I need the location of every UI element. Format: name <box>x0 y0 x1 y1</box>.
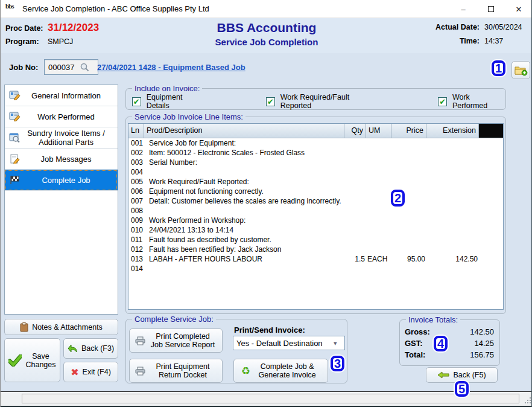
table-cell <box>366 187 391 196</box>
checkbox-icon[interactable]: ✔ <box>438 97 447 106</box>
table-row[interactable]: 012Fault has been rectified by: Jack Jac… <box>128 245 503 254</box>
checkbox-label: Work Required/Fault Reported <box>280 93 380 110</box>
table-cell <box>479 167 503 177</box>
table-cell <box>344 216 366 225</box>
time-value: 14:37 <box>480 37 527 45</box>
job-no-field[interactable] <box>44 59 98 75</box>
table-row[interactable]: 011Fault found as described by customer. <box>128 235 503 245</box>
table-cell: Service Job for Equipment: <box>144 138 344 148</box>
table-row[interactable]: 002Item: 500012 - Electronic Scales - Fr… <box>128 148 503 158</box>
col-um: UM <box>366 124 391 138</box>
total-value: 142.50 <box>470 326 494 338</box>
table-row[interactable]: 006Equipment not functioning correctly. <box>128 187 503 196</box>
exit-f4-label: Exit (F4) <box>83 368 111 376</box>
table-cell <box>391 216 426 225</box>
table-cell: Work Performed in Workshop: <box>144 216 344 225</box>
printer-icon <box>135 367 145 376</box>
back-f3-button[interactable]: Back (F3) <box>63 338 118 359</box>
printer-icon <box>135 336 145 345</box>
table-header-row: Ln Prod/Description Qty UM Price Extensi… <box>128 124 503 138</box>
table-row[interactable]: 008 <box>128 206 503 216</box>
job-description-link[interactable]: 27/04/2021 1428 - Equipment Based Job <box>97 63 245 72</box>
table-cell <box>344 235 366 245</box>
total-row-gst: GST:14.25 <box>405 338 494 349</box>
checkbox-label: Work Performed <box>452 93 505 110</box>
callout-5: 5 <box>455 381 469 397</box>
col-ln: Ln <box>128 124 144 138</box>
exit-f4-button[interactable]: ✖ Exit (F4) <box>63 362 118 382</box>
table-cell <box>426 158 479 167</box>
table-row[interactable]: 014 <box>128 264 503 274</box>
notes-attachments-button[interactable]: Notes & Attachments <box>4 319 118 335</box>
sidebar-item-general-information[interactable]: General Information <box>5 85 118 106</box>
table-cell <box>479 235 503 245</box>
search-icon[interactable] <box>80 62 90 72</box>
table-row[interactable]: 013LABAH - AFTER HOURS LABOUR1.5EACH95.0… <box>128 254 503 264</box>
sidebar-item-work-performed[interactable]: Work Performed <box>5 106 118 127</box>
checkbox-work-required-fault-reported[interactable]: ✔Work Required/Fault Reported <box>266 93 379 110</box>
table-cell <box>391 264 426 274</box>
table-cell <box>366 177 391 187</box>
table-row[interactable]: 007Detail: Customer believes the scales … <box>128 196 503 206</box>
table-cell <box>366 206 391 216</box>
close-icon[interactable]: ✕ <box>505 0 532 18</box>
sidebar-item-label: Job Messages <box>23 155 115 164</box>
table-cell: 001 <box>128 138 144 148</box>
minimize-icon[interactable]: – <box>449 0 477 18</box>
table-cell: Equipment not functioning correctly. <box>144 187 344 196</box>
actual-date-label: Actual Date: <box>435 23 480 31</box>
table-cell <box>366 167 391 177</box>
back-f3-label: Back (F3) <box>81 344 114 353</box>
table-row[interactable]: 003Serial Number: <box>128 158 503 167</box>
sidebar-item-job-messages[interactable]: Job Messages <box>5 149 118 170</box>
col-prod-description: Prod/Description <box>144 124 344 138</box>
table-cell: 002 <box>128 148 144 158</box>
checkbox-icon[interactable]: ✔ <box>132 97 141 106</box>
table-cell <box>479 245 503 254</box>
table-cell <box>391 167 426 177</box>
chevron-down-icon: ▾ <box>334 339 344 347</box>
table-cell <box>366 158 391 167</box>
table-cell <box>426 148 479 158</box>
table-cell <box>426 206 479 216</box>
col-price: Price <box>391 124 426 138</box>
table-row[interactable]: 01024/04/2021 13:13 to 14:14 <box>128 225 503 235</box>
table-row[interactable]: 001Service Job for Equipment: <box>128 138 503 148</box>
sidebar-item-complete-job[interactable]: Complete Job <box>5 170 118 191</box>
open-job-folder-button[interactable] <box>511 61 530 79</box>
table-cell <box>366 235 391 245</box>
form-search-icon <box>7 133 23 143</box>
table-cell <box>426 264 479 274</box>
table-cell <box>144 206 344 216</box>
table-cell <box>366 245 391 254</box>
col-qty: Qty <box>344 124 366 138</box>
job-no-input[interactable] <box>45 62 80 72</box>
checkbox-work-performed[interactable]: ✔Work Performed <box>438 93 505 110</box>
complete-service-job-label: Complete Service Job: <box>132 315 216 324</box>
time-label: Time: <box>435 37 480 45</box>
complete-job-generate-invoice-button[interactable]: ♻ Complete Job & Generate Invoice <box>233 359 328 383</box>
print-completed-job-report-button[interactable]: Print Completed Job Service Report <box>129 328 223 353</box>
checkbox-icon[interactable]: ✔ <box>266 97 275 106</box>
clipboard-icon <box>20 322 28 332</box>
save-changes-button[interactable]: Save Changes <box>4 338 60 382</box>
back-f5-label: Back (F5) <box>453 371 486 379</box>
table-body: 001Service Job for Equipment:002Item: 50… <box>128 138 503 274</box>
print-equipment-return-docket-button[interactable]: Print Equipment Return Docket <box>129 359 223 383</box>
table-cell <box>366 196 391 206</box>
table-row[interactable]: 004 <box>128 167 503 177</box>
checkbox-equipment-details[interactable]: ✔Equipment Details <box>132 93 206 110</box>
save-changes-label: Save Changes <box>25 352 57 369</box>
sidebar-nav: General InformationWork PerformedSundry … <box>4 85 118 315</box>
maximize-icon[interactable] <box>477 0 505 18</box>
resize-grip[interactable] <box>524 396 531 403</box>
table-cell <box>344 167 366 177</box>
sidebar-item-sundry-invoice-items-additional-parts[interactable]: Sundry Invoice Items / Additional Parts <box>5 127 118 149</box>
table-cell: 008 <box>128 206 144 216</box>
table-row[interactable]: 009Work Performed in Workshop: <box>128 216 503 225</box>
table-cell <box>366 148 391 158</box>
table-cell: 014 <box>128 264 144 274</box>
print-send-invoice-select[interactable]: Yes - Default Destination ▾ <box>233 336 345 350</box>
arrow-left-icon <box>437 371 449 379</box>
table-row[interactable]: 005Work Required/Fault Reported: <box>128 177 503 187</box>
